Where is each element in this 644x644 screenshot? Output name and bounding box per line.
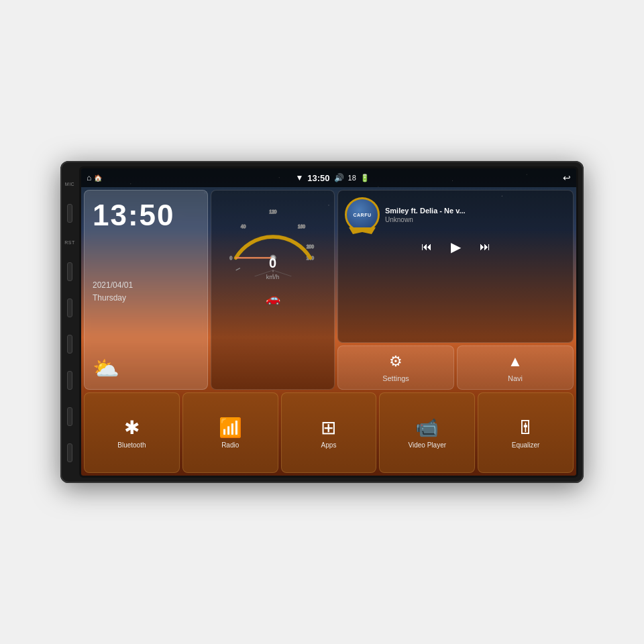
equalizer-icon: 🎚: [517, 417, 535, 439]
day-value: Thursday: [93, 293, 126, 303]
stereo-unit: MIC RST ⌂ 🏠 ▼ 13:50 🔊 18: [60, 161, 584, 483]
radio-label: Radio: [221, 441, 239, 449]
svg-text:200: 200: [306, 244, 313, 249]
svg-text:160: 160: [298, 224, 305, 229]
next-track-button[interactable]: ⏭: [477, 238, 493, 256]
battery-icon: 🔋: [360, 174, 370, 182]
bluetooth-label: Bluetooth: [117, 441, 146, 449]
svg-text:0: 0: [229, 256, 232, 260]
back-icon[interactable]: ↩: [563, 172, 571, 183]
music-artist: Unknown: [385, 216, 566, 223]
album-art: CARFU: [345, 197, 380, 232]
prev-track-button[interactable]: ⏮: [419, 238, 435, 256]
svg-text:40: 40: [241, 224, 246, 229]
video-player-label: Video Player: [409, 441, 447, 449]
mic-label: MIC: [65, 182, 74, 186]
equalizer-button[interactable]: 🎚 Equalizer: [478, 392, 574, 473]
radio-button[interactable]: 📶 Radio: [182, 392, 278, 473]
bluetooth-icon: ✱: [124, 417, 140, 439]
mic-button[interactable]: [67, 204, 72, 223]
speed-unit: km/h: [266, 274, 280, 280]
home-button[interactable]: [67, 335, 72, 354]
rst-label: RST: [64, 240, 75, 245]
status-bar: ⌂ 🏠 ▼ 13:50 🔊 18 🔋 ↩: [81, 168, 576, 187]
status-time: 13:50: [307, 173, 329, 183]
right-column: CARFU Smiley ft. Delia - Ne v... Unknown…: [337, 190, 574, 390]
status-center: ▼ 13:50 🔊 18 🔋: [102, 173, 563, 183]
settings-label: Settings: [382, 374, 409, 382]
wifi-icon: ▼: [295, 173, 303, 182]
status-right: ↩: [563, 172, 571, 183]
widget-grid: 13:50 2021/04/01 Thursday ⛅: [81, 187, 576, 476]
settings-navi-row: ⚙ Settings ▲ Navi: [337, 345, 574, 390]
clock-widget: 13:50 2021/04/01 Thursday ⛅: [84, 190, 208, 390]
navi-label: Navi: [508, 374, 523, 382]
equalizer-label: Equalizer: [512, 441, 540, 449]
map-status-icon: 🏠: [94, 174, 102, 182]
volume-value: 18: [348, 174, 356, 182]
power-button[interactable]: [67, 299, 72, 317]
status-left: ⌂ 🏠: [87, 173, 102, 182]
radio-icon: 📶: [219, 417, 242, 439]
bluetooth-button[interactable]: ✱ Bluetooth: [84, 392, 180, 473]
date-value: 2021/04/01: [93, 280, 133, 290]
speedometer-widget: 0 40 120 160 200: [211, 190, 335, 390]
vol-up-button[interactable]: [67, 443, 72, 462]
music-widget: CARFU Smiley ft. Delia - Ne v... Unknown…: [337, 190, 574, 343]
apps-icon: ⊞: [321, 417, 336, 439]
music-controls: ⏮ ▶ ⏭: [345, 236, 566, 258]
svg-line-2: [235, 267, 239, 272]
screen: ⌂ 🏠 ▼ 13:50 🔊 18 🔋 ↩ 13:50: [79, 166, 578, 478]
play-pause-button[interactable]: ▶: [448, 236, 464, 258]
carfu-text: CARFU: [354, 213, 372, 217]
weather-icon: ⛅: [93, 356, 199, 381]
screen-bg: ⌂ 🏠 ▼ 13:50 🔊 18 🔋 ↩ 13:50: [81, 168, 576, 476]
video-icon: 📹: [415, 417, 439, 439]
side-buttons-panel: MIC RST: [60, 166, 79, 478]
back-button[interactable]: [67, 371, 72, 390]
clock-date-display: 2021/04/01 Thursday: [93, 279, 199, 305]
car-icon: 🚗: [266, 291, 280, 306]
video-player-button[interactable]: 📹 Video Player: [379, 392, 475, 473]
vol-down-button[interactable]: [67, 407, 72, 426]
clock-time-display: 13:50: [93, 199, 199, 232]
music-info: Smiley ft. Delia - Ne v... Unknown: [385, 207, 566, 223]
apps-button[interactable]: ⊞ Apps: [281, 392, 377, 473]
volume-icon: 🔊: [334, 173, 344, 182]
rst-button[interactable]: [67, 262, 72, 281]
speed-value: 0: [269, 256, 276, 271]
apps-label: Apps: [321, 441, 337, 449]
navi-icon: ▲: [508, 353, 523, 370]
bottom-bar: ✱ Bluetooth 📶 Radio ⊞ Apps 📹 Video Playe…: [84, 392, 574, 473]
music-top: CARFU Smiley ft. Delia - Ne v... Unknown: [345, 197, 566, 232]
settings-icon: ⚙: [389, 353, 402, 370]
home-status-icon: ⌂: [87, 173, 91, 182]
settings-button[interactable]: ⚙ Settings: [337, 345, 454, 390]
music-title: Smiley ft. Delia - Ne v...: [385, 207, 566, 215]
speedo-container: 0 40 120 160 200: [219, 196, 327, 290]
svg-text:120: 120: [269, 209, 276, 214]
navi-button[interactable]: ▲ Navi: [457, 345, 574, 390]
ribbon: [349, 227, 376, 234]
